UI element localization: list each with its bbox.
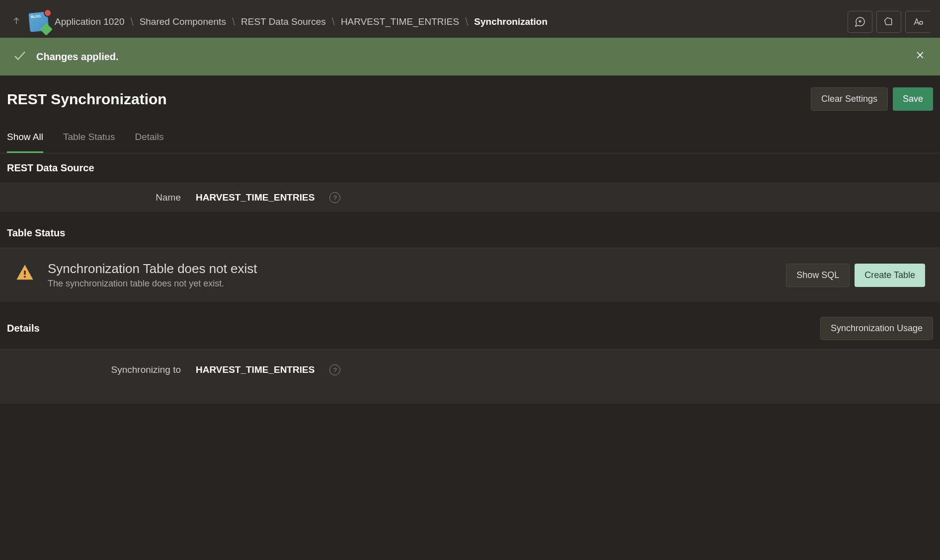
field-sync-to-label: Synchronizing to (7, 364, 181, 375)
breadcrumb-entry[interactable]: HARVEST_TIME_ENTRIES (341, 16, 459, 27)
tab-table-status[interactable]: Table Status (63, 123, 115, 153)
warning-box: Synchronization Table does not exist The… (0, 248, 940, 302)
up-arrow-icon[interactable] (10, 14, 23, 30)
page-title: REST Synchronization (7, 91, 167, 108)
clear-settings-button[interactable]: Clear Settings (811, 87, 888, 111)
section-title: Table Status (7, 227, 65, 239)
field-sync-to-row: Synchronizing to HARVEST_TIME_ENTRIES ? (0, 350, 940, 384)
breadcrumb-bar: BLOG Application 1020 \ Shared Component… (0, 6, 940, 38)
show-sql-button[interactable]: Show SQL (786, 264, 850, 287)
sync-usage-button[interactable]: Synchronization Usage (820, 317, 933, 340)
section-title: Details (7, 323, 40, 334)
warning-icon (15, 263, 35, 287)
svg-rect-6 (24, 276, 25, 277)
tabs: Show All Table Status Details (0, 123, 940, 153)
field-name-label: Name (7, 192, 181, 203)
warning-title: Synchronization Table does not exist (48, 261, 773, 277)
create-table-button[interactable]: Create Table (855, 264, 925, 287)
breadcrumb-rest[interactable]: REST Data Sources (241, 16, 326, 27)
svg-rect-5 (24, 271, 25, 275)
help-icon[interactable]: ? (329, 192, 340, 203)
app-icon[interactable]: BLOG (28, 11, 50, 33)
field-name-value: HARVEST_TIME_ENTRIES (196, 192, 314, 203)
breadcrumb-app[interactable]: Application 1020 (55, 16, 125, 27)
section-title: REST Data Source (7, 162, 94, 174)
separator-icon: \ (332, 15, 335, 28)
separator-icon: \ (232, 15, 235, 28)
tab-details[interactable]: Details (135, 123, 163, 153)
help-icon[interactable]: ? (329, 364, 340, 375)
tag-icon-button[interactable] (876, 11, 901, 33)
tab-show-all[interactable]: Show All (7, 123, 43, 153)
breadcrumb-current: Synchronization (474, 16, 548, 27)
font-icon-button[interactable] (905, 11, 930, 33)
warning-subtitle: The synchronization table does not yet e… (48, 279, 773, 289)
separator-icon: \ (465, 15, 468, 28)
separator-icon: \ (131, 15, 134, 28)
section-rest-data-source: REST Data Source (0, 153, 940, 183)
section-table-status: Table Status (0, 218, 940, 248)
field-name-row: Name HARVEST_TIME_ENTRIES ? (0, 183, 940, 212)
close-icon[interactable] (913, 48, 928, 66)
section-details: Details Synchronization Usage (0, 308, 940, 350)
chat-icon-button[interactable] (848, 11, 872, 33)
check-icon (12, 48, 27, 65)
breadcrumb: Application 1020 \ Shared Components \ R… (55, 15, 548, 28)
notification-message: Changes applied. (36, 51, 119, 63)
save-button[interactable]: Save (893, 87, 933, 111)
breadcrumb-shared[interactable]: Shared Components (140, 16, 226, 27)
notification-bar: Changes applied. (0, 38, 940, 75)
page-header: REST Synchronization Clear Settings Save (0, 75, 940, 123)
svg-point-2 (920, 21, 923, 24)
field-sync-to-value: HARVEST_TIME_ENTRIES (196, 364, 314, 375)
